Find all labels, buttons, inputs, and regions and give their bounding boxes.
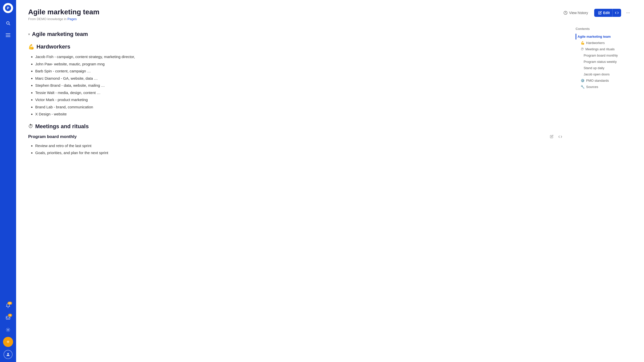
toc-item-label: Agile marketing team (578, 35, 611, 38)
svg-point-6 (8, 329, 9, 331)
title-block: Agile marketing team From DEMO knowledge… (28, 8, 99, 21)
main-section-title: Agile marketing team (32, 31, 88, 37)
toc-title: Contents (576, 27, 632, 31)
main-section-title-group: ▾ Agile marketing team (28, 31, 88, 37)
code-view-button[interactable] (612, 9, 621, 17)
collapse-icon[interactable]: ▾ (28, 32, 30, 36)
list-item: Barb Spin - content, campaign … (35, 68, 564, 74)
meetings-header: ⏱ Meetings and rituals (28, 123, 564, 130)
toc-item-pmo[interactable]: ⚙️ PMO standards (576, 78, 632, 83)
history-icon (564, 11, 568, 15)
toc-item-program-board[interactable]: Program board monthly (576, 53, 632, 58)
pages-link[interactable]: Pages (67, 17, 77, 21)
header-actions: View history Edit (560, 8, 632, 17)
list-item: Jacob Fish - campaign, content strategy,… (35, 54, 564, 60)
hardworkers-header: 💪 Hardworkers (28, 43, 564, 50)
hardworkers-title-group: 💪 Hardworkers (28, 43, 70, 50)
meetings-edit-btn[interactable] (548, 123, 555, 129)
program-board-title: Program board monthly (28, 134, 77, 139)
edit-label: Edit (603, 11, 610, 15)
svg-line-1 (9, 24, 10, 25)
list-item: Marc Diamond - GA, website, data … (35, 76, 564, 81)
toc-item-program-status[interactable]: Program status weekly (576, 59, 632, 65)
main-section-edit-btn[interactable] (548, 31, 555, 37)
avatar[interactable] (4, 350, 13, 359)
hardworkers-section: 💪 Hardworkers (28, 43, 564, 117)
edit-button-group: Edit (594, 9, 621, 17)
edit-icon (598, 11, 602, 15)
more-icon: ··· (626, 10, 630, 15)
toc-sources-emoji: 🔧 (581, 85, 585, 89)
meetings-code-btn[interactable] (557, 123, 564, 129)
list-item: Tessie Walt - media, design, content … (35, 90, 564, 96)
table-of-contents: Contents Agile marketing team 💪 Hardwork… (572, 25, 632, 362)
view-history-button[interactable]: View history (560, 9, 591, 17)
edit-button[interactable]: Edit (594, 9, 614, 17)
inbox-icon[interactable]: 3 (3, 313, 13, 323)
content-wrapper: ▾ Agile marketing team (16, 25, 644, 362)
list-item: John Paw- website, mautic, program mng (35, 61, 564, 67)
list-item: Review and retro of the last sprint (35, 143, 564, 149)
list-item: X Design - website (35, 111, 564, 117)
meetings-emoji: ⏱ (28, 123, 33, 129)
more-options-button[interactable]: ··· (624, 8, 632, 17)
main-section-code-btn[interactable] (557, 31, 564, 37)
pencil-icon-3 (550, 124, 553, 128)
code-bracket-icon-3 (558, 125, 562, 128)
toc-item-label: Stand up daily (584, 66, 604, 70)
page-title: Agile marketing team (28, 8, 99, 16)
settings-icon[interactable] (3, 325, 13, 335)
logo-inner: P (5, 5, 11, 11)
pencil-icon (550, 32, 553, 36)
hardworkers-code-btn[interactable] (557, 44, 564, 50)
program-board-list: Review and retro of the last sprint Goal… (28, 143, 564, 156)
code-bracket-icon (558, 33, 562, 35)
svg-point-7 (7, 353, 9, 354)
hardworkers-emoji: 💪 (28, 44, 34, 50)
toc-item-main[interactable]: Agile marketing team (576, 34, 632, 39)
view-history-label: View history (569, 11, 588, 15)
pencil-icon-2 (550, 45, 553, 48)
page-subtitle: From DEMO knowledge in Pages (28, 17, 99, 21)
document-content: ▾ Agile marketing team (28, 25, 572, 362)
pencil-icon-4 (550, 135, 553, 138)
program-board-controls (548, 134, 564, 140)
toc-item-label: PMO standards (586, 79, 609, 82)
list-item: Victor Mark - product marketing (35, 97, 564, 103)
toc-item-meetings[interactable]: ⏱ Meetings and rituals (576, 46, 632, 52)
bell-badge: 21 (8, 302, 12, 305)
toc-hardworkers-emoji: 💪 (581, 41, 585, 45)
add-button[interactable]: + (3, 337, 13, 347)
toc-item-label: Hardworkers (586, 41, 605, 45)
toc-item-label: Meetings and rituals (585, 47, 615, 51)
code-bracket-icon-2 (558, 46, 562, 48)
main-content: Agile marketing team From DEMO knowledge… (16, 0, 644, 362)
toc-item-label: Sources (586, 85, 598, 89)
menu-icon[interactable] (3, 30, 13, 40)
toc-item-jacob-doors[interactable]: Jacob open doors (576, 71, 632, 77)
toc-item-label: Program status weekly (584, 60, 617, 64)
meetings-title-group: ⏱ Meetings and rituals (28, 123, 89, 130)
toc-item-hardworkers[interactable]: 💪 Hardworkers (576, 40, 632, 46)
code-icon (615, 12, 619, 14)
toc-item-label: Program board monthly (584, 54, 618, 57)
app-logo[interactable]: P (3, 3, 13, 13)
search-icon[interactable] (3, 18, 13, 28)
program-board-edit-btn[interactable] (548, 134, 555, 140)
list-item: Brand Lab - brand, communication (35, 104, 564, 110)
toc-item-standup[interactable]: Stand up daily (576, 65, 632, 71)
list-item: Stephen Brand - data, website, mailing … (35, 83, 564, 88)
meetings-section: ⏱ Meetings and rituals (28, 123, 564, 156)
hardworkers-edit-btn[interactable] (548, 44, 555, 50)
toc-pmo-emoji: ⚙️ (581, 79, 585, 82)
hardworkers-list: Jacob Fish - campaign, content strategy,… (28, 54, 564, 117)
program-board-code-btn[interactable] (557, 134, 564, 140)
sidebar: P 21 3 + (0, 0, 16, 362)
hardworkers-title: Hardworkers (36, 43, 70, 50)
inbox-badge: 3 (8, 314, 12, 317)
toc-item-sources[interactable]: 🔧 Sources (576, 84, 632, 90)
main-section-header: ▾ Agile marketing team (28, 31, 564, 37)
bell-icon[interactable]: 21 (3, 301, 13, 311)
add-icon: + (7, 339, 10, 345)
toc-item-label: Jacob open doors (584, 72, 610, 76)
